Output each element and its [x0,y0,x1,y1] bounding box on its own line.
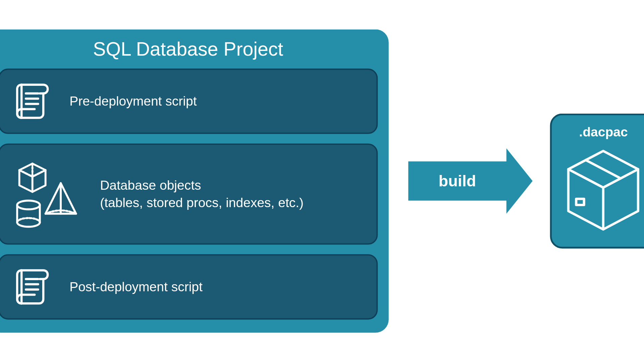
svg-point-10 [17,201,40,209]
package-box-icon [563,146,644,234]
scroll-icon [13,265,52,309]
svg-line-7 [19,170,32,177]
build-arrow: build [408,162,506,201]
build-label: build [438,172,476,190]
post-deployment-script-box: Post-deployment script [0,254,378,319]
svg-line-19 [586,160,621,179]
scroll-icon [13,79,52,123]
pre-deployment-script-box: Pre-deployment script [0,69,378,134]
project-title: SQL Database Project [0,38,378,60]
post-deployment-label: Post-deployment script [69,278,203,296]
database-objects-label: Database objects (tables, stored procs, … [100,176,304,212]
sql-database-project-box: SQL Database Project [0,29,388,333]
svg-rect-20 [576,199,584,205]
svg-line-8 [32,170,45,177]
database-objects-box: Database objects (tables, stored procs, … [0,143,378,245]
dacpac-output-box: .dacpac [550,114,644,249]
dacpac-label: .dacpac [579,125,628,139]
pre-deployment-label: Pre-deployment script [69,93,197,110]
shapes-icon [13,157,83,231]
sql-project-build-diagram: SQL Database Project [0,29,644,333]
db-objects-line1: Database objects [100,176,304,194]
db-objects-line2: (tables, stored procs, indexes, etc.) [100,194,304,212]
